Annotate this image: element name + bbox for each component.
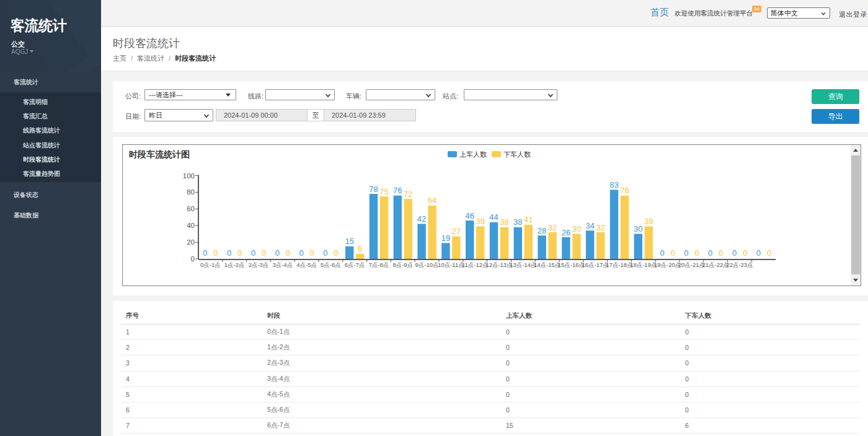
svg-text:75: 75 bbox=[379, 187, 388, 196]
svg-text:19点-20点: 19点-20点 bbox=[654, 261, 681, 268]
svg-text:38: 38 bbox=[500, 217, 508, 227]
svg-text:46: 46 bbox=[465, 211, 474, 220]
svg-text:12点-13点: 12点-13点 bbox=[485, 261, 512, 268]
svg-text:41: 41 bbox=[524, 215, 533, 224]
svg-text:0: 0 bbox=[660, 248, 664, 258]
svg-text:0: 0 bbox=[684, 248, 688, 258]
svg-text:28: 28 bbox=[538, 226, 546, 235]
svg-text:0: 0 bbox=[286, 248, 290, 258]
svg-text:26: 26 bbox=[562, 228, 570, 237]
svg-text:30: 30 bbox=[572, 224, 581, 233]
svg-text:100: 100 bbox=[183, 172, 195, 180]
svg-text:5点-6点: 5点-6点 bbox=[321, 261, 341, 268]
svg-text:10点-11点: 10点-11点 bbox=[438, 261, 464, 268]
svg-text:76: 76 bbox=[393, 186, 402, 195]
svg-text:18点-19点: 18点-19点 bbox=[630, 261, 657, 268]
svg-text:13点-14点: 13点-14点 bbox=[510, 261, 536, 268]
svg-text:0: 0 bbox=[251, 248, 255, 258]
svg-text:3点-4点: 3点-4点 bbox=[272, 261, 293, 268]
svg-text:21点-22点: 21点-22点 bbox=[702, 261, 729, 268]
svg-text:14点-15点: 14点-15点 bbox=[534, 261, 560, 268]
svg-text:0: 0 bbox=[743, 248, 747, 258]
svg-text:0: 0 bbox=[708, 248, 712, 258]
svg-text:16点-17点: 16点-17点 bbox=[582, 261, 609, 268]
svg-text:6点-7点: 6点-7点 bbox=[345, 261, 365, 268]
svg-text:1点-2点: 1点-2点 bbox=[224, 261, 245, 268]
svg-text:0: 0 bbox=[275, 248, 280, 258]
svg-text:0点-1点: 0点-1点 bbox=[200, 261, 221, 268]
svg-text:0: 0 bbox=[767, 248, 771, 258]
svg-text:2点-3点: 2点-3点 bbox=[249, 261, 269, 268]
svg-text:0: 0 bbox=[237, 248, 242, 258]
svg-text:22点-23点: 22点-23点 bbox=[726, 261, 753, 268]
svg-text:0: 0 bbox=[323, 248, 327, 258]
svg-text:9点-10点: 9点-10点 bbox=[415, 261, 439, 268]
svg-text:38: 38 bbox=[513, 217, 522, 227]
svg-text:20: 20 bbox=[187, 238, 195, 246]
svg-text:4点-5点: 4点-5点 bbox=[296, 261, 317, 268]
svg-text:39: 39 bbox=[644, 217, 653, 226]
svg-text:0: 0 bbox=[191, 255, 195, 263]
svg-text:20点-21点: 20点-21点 bbox=[678, 261, 705, 268]
svg-text:8点-9点: 8点-9点 bbox=[392, 261, 413, 268]
svg-text:0: 0 bbox=[694, 248, 699, 258]
svg-text:44: 44 bbox=[489, 212, 498, 222]
svg-text:0: 0 bbox=[299, 248, 303, 258]
svg-text:6: 6 bbox=[358, 244, 362, 253]
svg-text:30: 30 bbox=[634, 224, 642, 233]
svg-text:0: 0 bbox=[334, 248, 338, 258]
svg-text:19: 19 bbox=[441, 233, 450, 243]
svg-text:0: 0 bbox=[756, 248, 761, 258]
svg-text:17点-18点: 17点-18点 bbox=[606, 261, 632, 268]
svg-text:0: 0 bbox=[719, 248, 723, 258]
svg-text:80: 80 bbox=[187, 188, 195, 196]
svg-text:0: 0 bbox=[670, 248, 675, 258]
svg-text:15点-16点: 15点-16点 bbox=[558, 261, 585, 268]
svg-text:7点-8点: 7点-8点 bbox=[369, 261, 389, 268]
svg-text:15: 15 bbox=[345, 237, 353, 246]
svg-text:32: 32 bbox=[548, 223, 557, 232]
svg-text:40: 40 bbox=[187, 222, 195, 229]
svg-text:39: 39 bbox=[476, 217, 484, 226]
svg-text:27: 27 bbox=[452, 227, 461, 236]
svg-text:0: 0 bbox=[309, 248, 314, 258]
svg-text:11点-12点: 11点-12点 bbox=[462, 261, 489, 268]
svg-text:0: 0 bbox=[262, 248, 266, 258]
svg-text:78: 78 bbox=[369, 185, 378, 194]
svg-text:60: 60 bbox=[187, 205, 195, 212]
svg-text:64: 64 bbox=[428, 196, 436, 205]
svg-text:0: 0 bbox=[203, 248, 207, 258]
svg-text:0: 0 bbox=[213, 248, 218, 258]
svg-text:42: 42 bbox=[417, 214, 426, 224]
svg-text:76: 76 bbox=[620, 186, 629, 195]
svg-text:0: 0 bbox=[227, 248, 231, 258]
svg-text:72: 72 bbox=[404, 190, 412, 199]
svg-text:34: 34 bbox=[585, 221, 594, 230]
svg-text:32: 32 bbox=[596, 223, 604, 232]
svg-text:0: 0 bbox=[732, 248, 737, 258]
svg-text:83: 83 bbox=[609, 180, 618, 190]
